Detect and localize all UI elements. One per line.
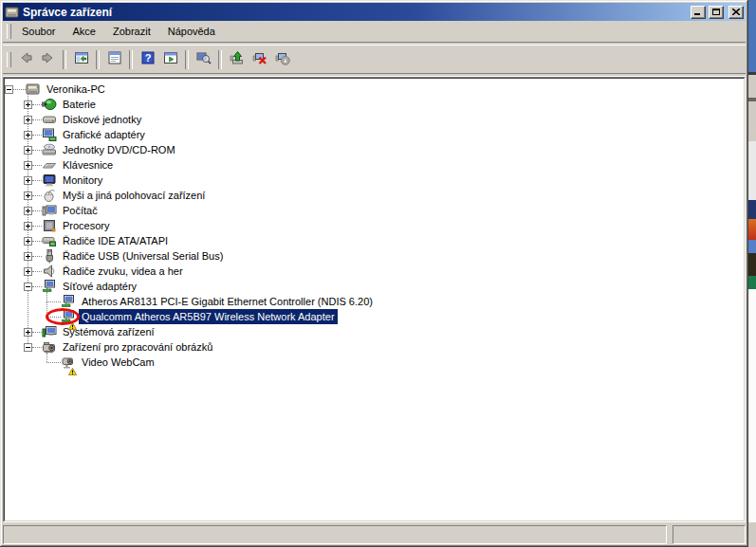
toolbar-button-show-action-pane[interactable] [159, 49, 181, 70]
forward-arrow-icon [41, 50, 56, 68]
toolbar: ? [3, 46, 746, 73]
tree-expand-toggle[interactable] [24, 116, 32, 124]
tree-item-label[interactable]: Řadiče USB (Universal Serial Bus) [60, 248, 226, 264]
menu-item-akce[interactable]: Akce [64, 23, 103, 40]
tree-expand-toggle[interactable] [24, 146, 32, 155]
tree-item-label-selected[interactable]: Qualcomm Atheros AR5B97 Wireless Network… [79, 309, 338, 324]
tree-item-label[interactable]: Myši a jiná polohovací zařízení [60, 188, 208, 203]
tree-item-label[interactable]: Atheros AR8131 PCI-E Gigabit Ethernet Co… [79, 294, 376, 309]
background-window-sliver-segment [748, 141, 756, 200]
network-adapter-icon[interactable] [61, 294, 76, 309]
disk-drive-icon[interactable] [42, 112, 57, 127]
toolbar-separator [63, 50, 66, 69]
background-window-sliver-segment [748, 289, 756, 522]
tree-connector-line [46, 362, 61, 363]
toolbar-separator [185, 50, 189, 69]
tree-item-label[interactable]: Veronika-PC [44, 82, 108, 97]
keyboard-icon[interactable] [42, 157, 57, 173]
tree-item-label[interactable]: Klávesnice [60, 157, 116, 173]
close-button[interactable] [728, 6, 744, 19]
tree-connector-line [32, 332, 42, 333]
tree-expand-toggle[interactable] [24, 161, 32, 170]
tree-connector-line [13, 89, 26, 90]
tree-expand-toggle[interactable] [24, 237, 32, 246]
background-window-sliver-segment [748, 0, 756, 72]
status-bar [3, 525, 746, 544]
ide-controller-icon[interactable] [42, 233, 57, 248]
tree-item-label[interactable]: Grafické adaptéry [60, 127, 148, 142]
device-manager-app-icon [5, 5, 20, 20]
tree-expand-toggle[interactable] [24, 328, 32, 337]
svg-text:?: ? [144, 52, 151, 64]
tree-item-label[interactable]: Procesory [60, 218, 113, 233]
processor-icon[interactable] [42, 218, 57, 233]
tree-item-label[interactable]: Síťové adaptéry [60, 279, 139, 294]
usb-controller-icon[interactable] [42, 248, 57, 264]
tree-expand-toggle[interactable] [24, 131, 32, 139]
background-window-sliver-segment [748, 253, 756, 276]
battery-icon[interactable] [42, 97, 57, 112]
tree-expand-toggle[interactable] [24, 267, 32, 276]
menu-item-zobrazit[interactable]: Zobrazit [104, 23, 159, 40]
tree-expand-toggle[interactable] [24, 222, 32, 230]
background-window-sliver-segment [748, 75, 756, 98]
tree-item-label[interactable]: Řadiče zvuku, videa a her [60, 264, 186, 279]
sound-controller-icon[interactable] [42, 264, 57, 279]
display-adapter-icon[interactable] [42, 127, 57, 142]
titlebar: Správce zařízení [3, 3, 746, 21]
tree-item-label[interactable]: Diskové jednotky [60, 112, 144, 127]
tree-item-label[interactable]: Monitory [60, 173, 105, 188]
scan-hardware-changes-icon [275, 50, 290, 68]
tree-expand-toggle[interactable] [24, 343, 32, 352]
minimize-button[interactable] [691, 6, 706, 19]
imaging-device-icon[interactable] [42, 339, 57, 355]
tree-item-label[interactable]: Video WebCam [79, 355, 157, 370]
tree-item-label[interactable]: Jednotky DVD/CD-ROM [60, 142, 178, 157]
menu-item-npovda[interactable]: Nápověda [159, 23, 224, 40]
toolbar-separator [218, 50, 222, 69]
background-window-sliver-segment [748, 240, 756, 253]
system-device-icon[interactable] [42, 324, 57, 339]
toolbar-button-uninstall-device[interactable] [249, 49, 270, 70]
toolbar-separator [129, 50, 133, 69]
computer-device-icon[interactable] [42, 203, 57, 218]
scan-computer-icon [196, 50, 212, 68]
background-window-sliver-segment [748, 219, 756, 240]
help-icon: ? [140, 50, 156, 68]
maximize-button[interactable] [709, 6, 724, 19]
annotation-circle [46, 308, 80, 325]
tree-expand-toggle[interactable] [24, 207, 32, 215]
toolbar-button-scan-hardware-changes[interactable] [271, 49, 293, 70]
menu-grip [7, 24, 11, 39]
toolbar-button-forward-arrow[interactable] [37, 49, 59, 70]
tree-expand-toggle[interactable] [24, 100, 32, 109]
tree-expand-toggle[interactable] [24, 191, 32, 200]
toolbar-button-properties-window[interactable] [103, 49, 125, 70]
device-tree: Veronika-PCBaterieDiskové jednotkyGrafic… [4, 78, 745, 521]
toolbar-button-scan-computer[interactable] [193, 49, 214, 70]
mouse-icon[interactable] [42, 188, 57, 203]
tree-item-label[interactable]: Řadiče IDE ATA/ATAPI [60, 233, 171, 248]
background-window-sliver [748, 0, 756, 547]
tree-expand-toggle[interactable] [24, 252, 32, 261]
network-adapter-icon[interactable] [42, 279, 57, 294]
background-window-sliver-segment [748, 101, 756, 141]
tree-expand-toggle[interactable] [24, 283, 32, 291]
toolbar-button-show-console-tree[interactable] [70, 49, 92, 70]
tree-item-label[interactable]: Baterie [60, 97, 99, 112]
computer-icon[interactable] [26, 82, 41, 97]
tree-connector-line [32, 165, 42, 166]
tree-item-label[interactable]: Počítač [60, 203, 101, 218]
tree-item-label[interactable]: Zařízení pro zpracování obrázků [60, 339, 215, 355]
menu-item-soubor[interactable]: Soubor [13, 23, 64, 40]
tree-connector-line [32, 104, 42, 105]
toolbar-button-update-driver[interactable] [226, 49, 248, 70]
monitor-icon[interactable] [42, 173, 57, 188]
background-window-sliver-segment [748, 522, 756, 547]
background-window-sliver-segment [748, 200, 756, 219]
toolbar-button-back-arrow[interactable] [14, 49, 36, 70]
dvd-drive-icon[interactable] [42, 142, 57, 157]
tree-expand-toggle[interactable] [5, 85, 13, 94]
toolbar-button-help[interactable]: ? [137, 49, 158, 70]
tree-expand-toggle[interactable] [24, 176, 32, 185]
